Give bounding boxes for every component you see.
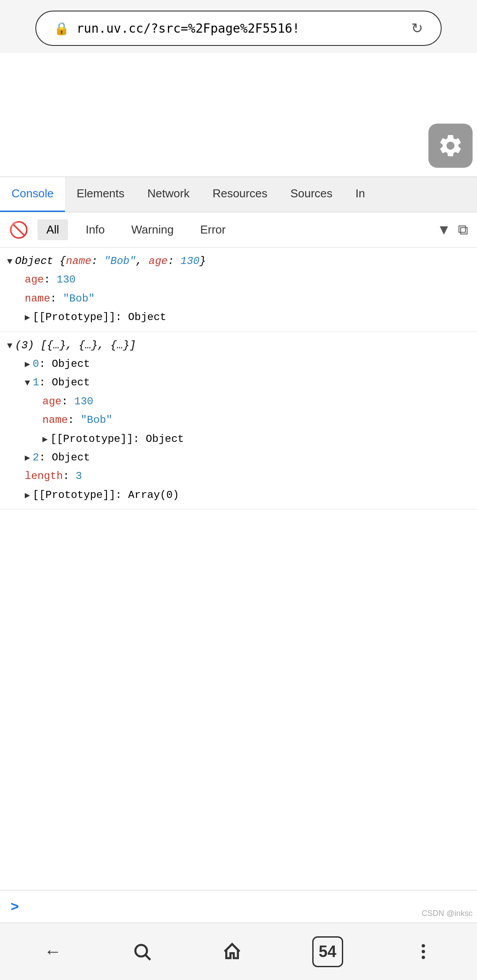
tab-console[interactable]: Console xyxy=(0,177,65,212)
webpage-area xyxy=(0,53,477,177)
home-button[interactable] xyxy=(213,937,251,966)
filter-info-button[interactable]: Info xyxy=(77,219,114,240)
val-arr1-name: "Bob" xyxy=(80,412,112,429)
log-line-arr-1[interactable]: 1 : Object xyxy=(7,373,470,392)
log-line-arr-2[interactable]: 2 : Object xyxy=(7,449,470,467)
devtools-panel: Console Elements Network Resources Sourc… xyxy=(0,177,477,730)
log-line-arr-prototype[interactable]: [[Prototype]] : Array(0) xyxy=(7,486,470,505)
reload-icon[interactable]: ↻ xyxy=(411,20,423,37)
svg-point-3 xyxy=(421,950,425,954)
toggle-arrow-array[interactable] xyxy=(7,339,12,353)
log-entry-array: (3) [{…}, {…}, {…}] 0 : Object 1 : Objec… xyxy=(0,332,477,510)
val-length: 3 xyxy=(76,468,82,485)
key-arr-2: 2 xyxy=(33,449,39,466)
val-arr-0: Object xyxy=(52,356,90,373)
filter-warning-button[interactable]: Warning xyxy=(122,219,182,240)
settings-icon-button[interactable] xyxy=(428,124,473,168)
filter-error-button[interactable]: Error xyxy=(191,219,235,240)
log-line-age: age : 130 xyxy=(7,271,470,289)
log-line-prototype-obj[interactable]: [[Prototype]] : Object xyxy=(7,308,470,327)
key-arr1-prototype: [[Prototype]] xyxy=(50,431,133,448)
console-chevron-icon[interactable]: > xyxy=(11,898,19,915)
tabs-button[interactable]: 54 xyxy=(303,932,352,972)
log-line-arr-0[interactable]: 0 : Object xyxy=(7,355,470,373)
browser-chrome: 🔒 run.uv.cc/?src=%2Fpage%2F5516! ↻ xyxy=(0,0,477,53)
console-content: Object {name: "Bob", age: 130} age : 130… xyxy=(0,248,477,509)
key-arr-0: 0 xyxy=(33,356,39,373)
lock-icon: 🔒 xyxy=(54,21,69,36)
val-arr-1: Object xyxy=(52,374,90,391)
array-summary: (3) [{…}, {…}, {…}] xyxy=(15,337,136,354)
gear-icon xyxy=(437,132,464,159)
menu-button[interactable] xyxy=(405,937,442,966)
no-entry-icon[interactable]: 🚫 xyxy=(9,221,29,239)
val-arr-prototype: Array(0) xyxy=(128,487,179,504)
back-button[interactable]: ← xyxy=(35,937,71,966)
log-line-arr1-prototype[interactable]: [[Prototype]] : Object xyxy=(7,430,470,449)
val-arr1-age: 130 xyxy=(74,393,93,410)
log-line-arr1-age: age : 130 xyxy=(7,392,470,411)
toggle-arrow-object[interactable] xyxy=(7,255,12,269)
tab-network[interactable]: Network xyxy=(136,177,201,212)
log-line-arr1-name: name : "Bob" xyxy=(7,411,470,430)
key-age: age xyxy=(25,271,44,288)
tab-sources[interactable]: Sources xyxy=(279,177,344,212)
tab-info[interactable]: In xyxy=(344,177,377,212)
tabs-count-badge[interactable]: 54 xyxy=(312,936,343,967)
object-summary: Object {name: "Bob", age: 130} xyxy=(15,253,206,270)
key-arr1-name: name xyxy=(42,412,68,429)
funnel-icon[interactable]: ▼ xyxy=(437,222,451,238)
toggle-arr-0[interactable] xyxy=(25,358,30,372)
log-line-object-summary[interactable]: Object {name: "Bob", age: 130} xyxy=(7,252,470,271)
key-length: length xyxy=(25,468,63,485)
log-line-length: length : 3 xyxy=(7,467,470,486)
svg-point-4 xyxy=(421,956,425,959)
home-icon xyxy=(222,942,242,961)
val-age: 130 xyxy=(57,271,76,288)
filter-all-button[interactable]: All xyxy=(38,219,68,240)
val-arr1-prototype: Object xyxy=(146,431,184,448)
tab-resources[interactable]: Resources xyxy=(201,177,279,212)
val-name: "Bob" xyxy=(63,290,95,307)
toggle-arr-2[interactable] xyxy=(25,451,30,465)
url-text: run.uv.cc/?src=%2Fpage%2F5516! xyxy=(76,21,404,36)
key-name: name xyxy=(25,290,50,307)
empty-console-area xyxy=(0,509,477,730)
back-icon: ← xyxy=(44,942,62,961)
svg-point-2 xyxy=(421,944,425,948)
copy-icon[interactable]: ⧉ xyxy=(458,222,468,238)
devtools-tabs: Console Elements Network Resources Sourc… xyxy=(0,177,477,212)
search-button[interactable] xyxy=(123,937,161,966)
menu-dots-icon xyxy=(413,942,433,961)
toggle-arr-prototype[interactable] xyxy=(25,489,30,503)
val-prototype-obj: Object xyxy=(128,309,166,326)
svg-point-0 xyxy=(135,945,147,957)
toggle-prototype-obj[interactable] xyxy=(25,311,30,325)
log-line-array-summary[interactable]: (3) [{…}, {…}, {…}] xyxy=(7,336,470,355)
toggle-arr-1[interactable] xyxy=(25,376,30,390)
tab-elements[interactable]: Elements xyxy=(65,177,136,212)
url-bar[interactable]: 🔒 run.uv.cc/?src=%2Fpage%2F5516! ↻ xyxy=(35,11,442,46)
search-icon xyxy=(132,942,152,961)
console-input-bar: > xyxy=(0,890,477,923)
val-arr-2: Object xyxy=(52,449,90,466)
key-arr-prototype: [[Prototype]] xyxy=(33,487,115,504)
toggle-arr1-prototype[interactable] xyxy=(42,433,48,447)
filter-bar: 🚫 All Info Warning Error ▼ ⧉ xyxy=(0,212,477,248)
key-arr1-age: age xyxy=(42,393,61,410)
key-prototype-obj: [[Prototype]] xyxy=(33,309,115,326)
key-arr-1: 1 xyxy=(33,374,39,391)
filter-icons: ▼ ⧉ xyxy=(437,222,468,238)
log-line-name: name : "Bob" xyxy=(7,290,470,308)
tabs-count: 54 xyxy=(318,942,336,961)
browser-bottom-nav: ← 54 xyxy=(0,923,477,980)
svg-line-1 xyxy=(145,955,150,960)
watermark: CSDN @inksc xyxy=(422,909,473,918)
log-entry-object: Object {name: "Bob", age: 130} age : 130… xyxy=(0,248,477,332)
